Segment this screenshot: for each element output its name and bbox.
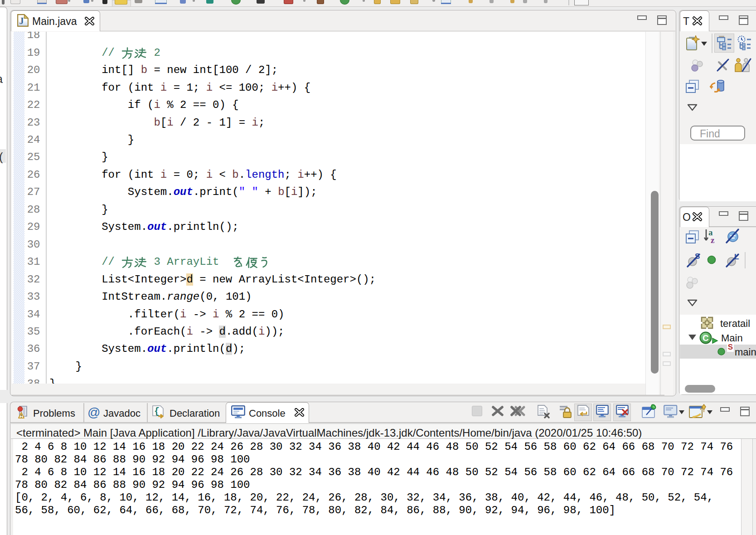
svg-text:{: { [154,406,160,417]
svg-text:J: J [19,16,24,26]
svg-text:z: z [711,235,715,244]
svg-text:C: C [703,333,709,343]
